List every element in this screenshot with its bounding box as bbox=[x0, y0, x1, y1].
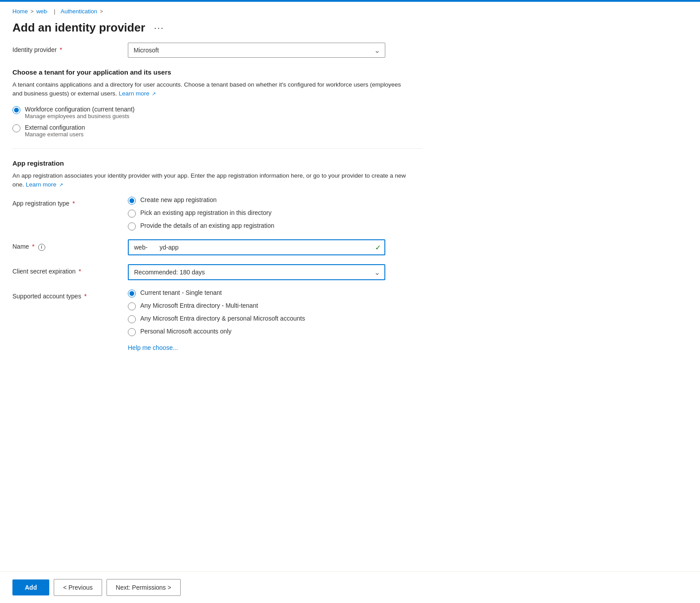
tenant-section: Choose a tenant for your application and… bbox=[12, 68, 423, 138]
app-reg-provide-existing-radio[interactable] bbox=[128, 222, 136, 230]
tenant-section-title: Choose a tenant for your application and… bbox=[12, 68, 423, 76]
account-multi-tenant-option[interactable]: Any Microsoft Entra directory - Multi-te… bbox=[128, 302, 305, 310]
name-info-icon[interactable]: i bbox=[38, 244, 45, 251]
app-reg-create-new-radio[interactable] bbox=[128, 197, 136, 205]
app-reg-create-new-option[interactable]: Create new app registration bbox=[128, 196, 274, 205]
account-entra-personal-radio[interactable] bbox=[128, 315, 136, 323]
tenant-workforce-label: Workforce configuration (current tenant) bbox=[25, 106, 134, 113]
tenant-external-option[interactable]: External configuration Manage external u… bbox=[12, 124, 423, 138]
tenant-section-desc: A tenant contains applications and a dir… bbox=[12, 80, 412, 99]
tenant-external-radio[interactable] bbox=[12, 124, 20, 132]
tenant-external-sublabel: Manage external users bbox=[25, 131, 85, 138]
breadcrumb-sep1: > bbox=[31, 8, 34, 15]
app-reg-name-required: * bbox=[32, 243, 34, 250]
tenant-learn-more-link[interactable]: Learn more ↗ bbox=[119, 90, 156, 97]
breadcrumb-web[interactable]: web· bbox=[36, 8, 48, 15]
page-title: Add an identity provider bbox=[12, 21, 145, 35]
app-reg-provide-existing-label: Provide the details of an existing app r… bbox=[140, 222, 274, 229]
divider-1 bbox=[12, 148, 423, 149]
account-personal-only-radio[interactable] bbox=[128, 328, 136, 336]
tenant-workforce-option[interactable]: Workforce configuration (current tenant)… bbox=[12, 106, 423, 119]
app-reg-name-row: Name * i ✓ bbox=[12, 239, 423, 255]
app-reg-type-label: App registration type * bbox=[12, 196, 128, 207]
account-types-row: Supported account types * Current tenant… bbox=[12, 289, 423, 351]
app-reg-learn-more-link[interactable]: Learn more ↗ bbox=[26, 181, 63, 188]
client-secret-select-wrapper: Recommended: 180 days 30 days 60 days 90… bbox=[128, 264, 385, 280]
name-input-check-icon: ✓ bbox=[375, 243, 381, 252]
account-types-label: Supported account types * bbox=[12, 289, 128, 300]
account-entra-personal-label: Any Microsoft Entra directory & personal… bbox=[140, 315, 305, 322]
footer-bar: Add < Previous Next: Permissions > bbox=[0, 571, 700, 603]
client-secret-select[interactable]: Recommended: 180 days 30 days 60 days 90… bbox=[128, 264, 385, 280]
breadcrumb: Home > web· | Authentication > bbox=[0, 2, 700, 17]
account-types-radio-group: Current tenant - Single tenant Any Micro… bbox=[128, 289, 305, 351]
account-personal-only-label: Personal Microsoft accounts only bbox=[140, 328, 231, 335]
next-permissions-button[interactable]: Next: Permissions > bbox=[107, 579, 181, 596]
app-reg-external-link-icon: ↗ bbox=[59, 182, 63, 187]
app-reg-type-row: App registration type * Create new app r… bbox=[12, 196, 423, 230]
breadcrumb-home[interactable]: Home bbox=[12, 8, 28, 15]
page-header: Add an identity provider ··· bbox=[0, 17, 700, 43]
tenant-external-label: External configuration bbox=[25, 124, 85, 131]
app-registration-section: App registration An app registration ass… bbox=[12, 159, 423, 352]
app-reg-name-input[interactable] bbox=[128, 239, 385, 255]
app-reg-title: App registration bbox=[12, 159, 423, 167]
identity-provider-row: Identity provider * Microsoft Google Fac… bbox=[12, 43, 423, 58]
account-types-required: * bbox=[84, 293, 87, 300]
client-secret-row: Client secret expiration * Recommended: … bbox=[12, 264, 423, 280]
account-multi-tenant-radio[interactable] bbox=[128, 302, 136, 310]
account-single-tenant-radio[interactable] bbox=[128, 290, 136, 298]
client-secret-required: * bbox=[79, 268, 81, 275]
tenant-radio-group: Workforce configuration (current tenant)… bbox=[12, 106, 423, 138]
app-reg-type-radio-group: Create new app registration Pick an exis… bbox=[128, 196, 274, 230]
identity-provider-select[interactable]: Microsoft Google Facebook Twitter Apple bbox=[128, 43, 385, 58]
identity-provider-required: * bbox=[60, 46, 62, 53]
account-single-tenant-option[interactable]: Current tenant - Single tenant bbox=[128, 289, 305, 298]
identity-provider-select-wrapper: Microsoft Google Facebook Twitter Apple … bbox=[128, 43, 385, 58]
tenant-workforce-radio[interactable] bbox=[12, 106, 20, 114]
account-single-tenant-label: Current tenant - Single tenant bbox=[140, 289, 222, 296]
main-content: Identity provider * Microsoft Google Fac… bbox=[0, 43, 435, 413]
account-entra-personal-option[interactable]: Any Microsoft Entra directory & personal… bbox=[128, 315, 305, 323]
app-reg-type-required: * bbox=[72, 200, 75, 207]
app-reg-pick-existing-radio[interactable] bbox=[128, 210, 136, 218]
app-reg-create-new-label: Create new app registration bbox=[140, 196, 217, 203]
add-button[interactable]: Add bbox=[12, 579, 49, 595]
breadcrumb-pipe: | bbox=[54, 8, 55, 15]
app-reg-pick-existing-label: Pick an existing app registration in thi… bbox=[140, 209, 272, 216]
app-reg-provide-existing-option[interactable]: Provide the details of an existing app r… bbox=[128, 222, 274, 230]
account-multi-tenant-label: Any Microsoft Entra directory - Multi-te… bbox=[140, 302, 258, 309]
help-me-choose-link[interactable]: Help me choose... bbox=[128, 344, 305, 351]
client-secret-label: Client secret expiration * bbox=[12, 264, 128, 275]
tenant-external-link-icon: ↗ bbox=[152, 91, 156, 96]
breadcrumb-auth[interactable]: Authentication bbox=[61, 8, 97, 15]
previous-button[interactable]: < Previous bbox=[54, 579, 102, 596]
app-reg-name-label: Name * i bbox=[12, 239, 128, 251]
app-reg-name-input-wrapper: ✓ bbox=[128, 239, 385, 255]
tenant-workforce-sublabel: Manage employees and business guests bbox=[25, 113, 134, 119]
identity-provider-label: Identity provider * bbox=[12, 43, 128, 53]
app-reg-desc: An app registration associates your iden… bbox=[12, 171, 412, 190]
app-reg-pick-existing-option[interactable]: Pick an existing app registration in thi… bbox=[128, 209, 274, 218]
more-options-button[interactable]: ··· bbox=[150, 21, 168, 35]
account-personal-only-option[interactable]: Personal Microsoft accounts only bbox=[128, 328, 305, 336]
breadcrumb-sep2: > bbox=[100, 8, 103, 15]
